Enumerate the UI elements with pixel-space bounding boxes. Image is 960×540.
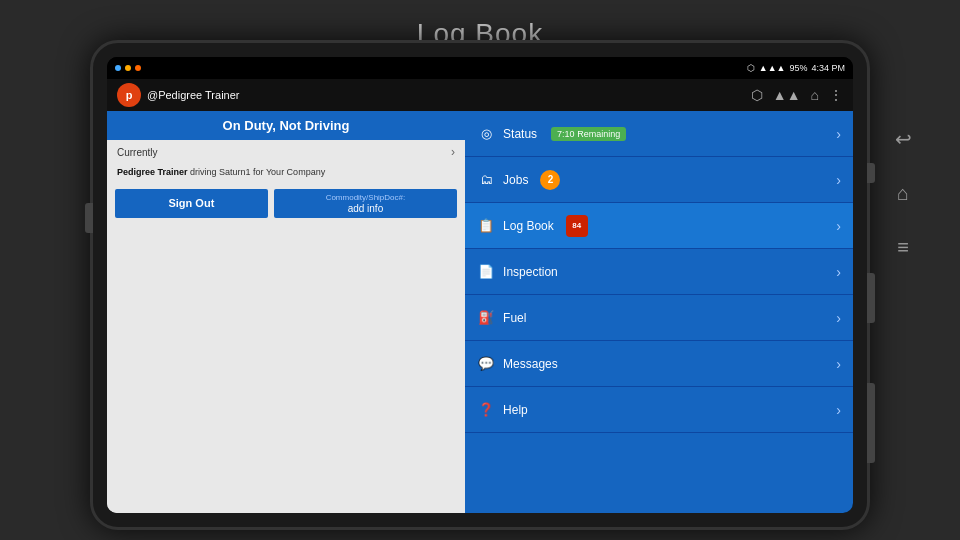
fuel-chevron: › bbox=[836, 310, 841, 326]
nav-menu-button[interactable] bbox=[867, 383, 875, 463]
jobs-chevron: › bbox=[836, 172, 841, 188]
logbook-count-badge: 84 bbox=[566, 215, 588, 237]
header-icons: ⬡ ▲▲ ⌂ ⋮ bbox=[751, 87, 843, 103]
status-icon: ◎ bbox=[477, 125, 495, 143]
inspection-chevron: › bbox=[836, 264, 841, 280]
status-chevron: › bbox=[836, 126, 841, 142]
menu-item-status[interactable]: ◎ Status 7:10 Remaining › bbox=[465, 111, 853, 157]
jobs-icon: 🗂 bbox=[477, 171, 495, 189]
menu-item-inspection-left: 📄 Inspection bbox=[477, 263, 558, 281]
status-bar: ⬡ ▲▲▲ 95% 4:34 PM bbox=[107, 57, 853, 79]
clock: 4:34 PM bbox=[811, 63, 845, 73]
fuel-icon: ⛽ bbox=[477, 309, 495, 327]
menu-item-logbook[interactable]: 📋 Log Book 84 › bbox=[465, 203, 853, 249]
signal-icon: ▲▲▲ bbox=[759, 63, 786, 73]
nav-buttons: ↩ ⌂ ≡ bbox=[887, 123, 919, 263]
currently-label: Currently bbox=[117, 147, 158, 158]
driver-info: Pedigree Trainer driving Saturn1 for You… bbox=[107, 164, 465, 185]
help-icon: ❓ bbox=[477, 401, 495, 419]
logbook-icon: 📋 bbox=[477, 217, 495, 235]
messages-chevron: › bbox=[836, 356, 841, 372]
left-bottom-area bbox=[107, 222, 465, 513]
tablet-shell: ↩ ⌂ ≡ ⬡ ▲▲▲ 95% 4:34 PM p bbox=[90, 40, 870, 530]
app-logo: p @Pedigree Trainer bbox=[117, 83, 240, 107]
signal-header-icon: ▲▲ bbox=[773, 87, 801, 103]
action-buttons: Sign Out Commodity/ShipDoc#: add info bbox=[107, 185, 465, 222]
status-badge: 7:10 Remaining bbox=[551, 127, 626, 141]
app-header: p @Pedigree Trainer ⬡ ▲▲ ⌂ ⋮ bbox=[107, 79, 853, 111]
currently-row[interactable]: Currently › bbox=[107, 140, 465, 164]
bluetooth-header-icon[interactable]: ⬡ bbox=[751, 87, 763, 103]
left-panel: On Duty, Not Driving Currently › Pedigre… bbox=[107, 111, 465, 513]
menu-item-messages-left: 💬 Messages bbox=[477, 355, 558, 373]
help-chevron: › bbox=[836, 402, 841, 418]
menu-item-logbook-left: 📋 Log Book 84 bbox=[477, 215, 588, 237]
logo-letter: p bbox=[126, 89, 133, 101]
add-info-button[interactable]: Commodity/ShipDoc#: add info bbox=[274, 189, 457, 218]
home-nav-icon[interactable]: ⌂ bbox=[887, 177, 919, 209]
back-nav-icon[interactable]: ↩ bbox=[887, 123, 919, 155]
menu-item-status-left: ◎ Status 7:10 Remaining bbox=[477, 125, 626, 143]
menu-nav-icon[interactable]: ≡ bbox=[887, 231, 919, 263]
menu-item-fuel-left: ⛽ Fuel bbox=[477, 309, 526, 327]
status-label: Status bbox=[503, 127, 537, 141]
status-bar-right: ⬡ ▲▲▲ 95% 4:34 PM bbox=[747, 63, 845, 73]
logbook-chevron: › bbox=[836, 218, 841, 234]
add-info-label: add info bbox=[348, 203, 384, 214]
currently-chevron: › bbox=[451, 145, 455, 159]
menu-item-help[interactable]: ❓ Help › bbox=[465, 387, 853, 433]
menu-item-messages[interactable]: 💬 Messages › bbox=[465, 341, 853, 387]
notification-dot-3 bbox=[135, 65, 141, 71]
notification-dot-2 bbox=[125, 65, 131, 71]
battery-text: 95% bbox=[789, 63, 807, 73]
driver-name: Pedigree Trainer bbox=[117, 167, 188, 177]
messages-icon: 💬 bbox=[477, 355, 495, 373]
sign-out-button[interactable]: Sign Out bbox=[115, 189, 268, 218]
more-options-icon[interactable]: ⋮ bbox=[829, 87, 843, 103]
jobs-label: Jobs bbox=[503, 173, 528, 187]
home-header-icon[interactable]: ⌂ bbox=[811, 87, 819, 103]
logbook-label: Log Book bbox=[503, 219, 554, 233]
notification-dot-1 bbox=[115, 65, 121, 71]
inspection-icon: 📄 bbox=[477, 263, 495, 281]
logo-icon: p bbox=[117, 83, 141, 107]
status-bar-left bbox=[115, 65, 141, 71]
menu-item-help-left: ❓ Help bbox=[477, 401, 528, 419]
help-label: Help bbox=[503, 403, 528, 417]
commodity-label: Commodity/ShipDoc#: bbox=[274, 193, 457, 202]
jobs-count-badge: 2 bbox=[540, 170, 560, 190]
menu-item-inspection[interactable]: 📄 Inspection › bbox=[465, 249, 853, 295]
inspection-label: Inspection bbox=[503, 265, 558, 279]
menu-item-jobs[interactable]: 🗂 Jobs 2 › bbox=[465, 157, 853, 203]
app-name: @Pedigree Trainer bbox=[147, 89, 240, 101]
menu-item-jobs-left: 🗂 Jobs 2 bbox=[477, 170, 560, 190]
main-content: On Duty, Not Driving Currently › Pedigre… bbox=[107, 111, 853, 513]
bluetooth-icon: ⬡ bbox=[747, 63, 755, 73]
fuel-label: Fuel bbox=[503, 311, 526, 325]
driver-details: driving Saturn1 for Your Company bbox=[190, 167, 325, 177]
power-button[interactable] bbox=[867, 163, 875, 183]
volume-button[interactable] bbox=[85, 203, 93, 233]
messages-label: Messages bbox=[503, 357, 558, 371]
nav-back-button[interactable] bbox=[867, 273, 875, 323]
right-menu-panel: ◎ Status 7:10 Remaining › 🗂 Jobs 2 › bbox=[465, 111, 853, 513]
tablet-screen: ⬡ ▲▲▲ 95% 4:34 PM p @Pedigree Trainer ⬡ … bbox=[107, 57, 853, 513]
duty-status-header[interactable]: On Duty, Not Driving bbox=[107, 111, 465, 140]
menu-item-fuel[interactable]: ⛽ Fuel › bbox=[465, 295, 853, 341]
